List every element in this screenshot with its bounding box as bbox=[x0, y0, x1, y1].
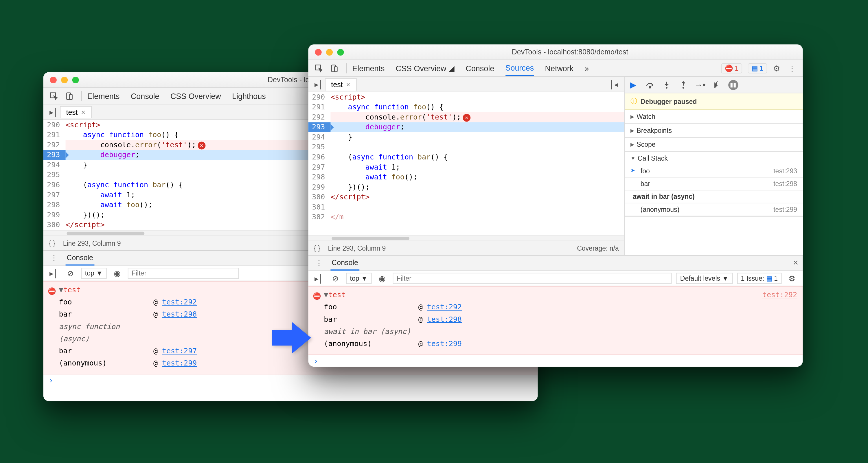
close-tab-icon[interactable]: × bbox=[81, 108, 85, 116]
clear-icon[interactable]: ⊘ bbox=[64, 267, 77, 279]
tab-elements[interactable]: Elements bbox=[87, 89, 120, 103]
code-line[interactable]: 291 async function foo() { bbox=[308, 102, 624, 112]
sidebar-toggle-icon[interactable]: ▸│ bbox=[313, 272, 325, 284]
step-icon[interactable]: →• bbox=[695, 80, 705, 90]
call-stack-row[interactable]: await in bar (async) bbox=[625, 191, 803, 204]
code-line[interactable]: 290<script> bbox=[308, 92, 624, 102]
code-line[interactable]: 297 await 1; bbox=[308, 162, 624, 173]
more-icon[interactable]: ⋮ bbox=[48, 252, 60, 264]
tab-elements[interactable]: Elements bbox=[352, 61, 384, 75]
close-drawer-icon[interactable]: × bbox=[793, 258, 798, 268]
comparison-arrow-icon bbox=[272, 322, 311, 355]
cursor-pos: Line 293, Column 9 bbox=[63, 239, 121, 247]
settings-icon[interactable]: ⚙ bbox=[786, 272, 798, 284]
panel-tabs: Elements Console CSS Overview Lighthous bbox=[87, 89, 266, 103]
svg-point-6 bbox=[649, 86, 651, 88]
step-out-icon[interactable] bbox=[678, 80, 688, 90]
issues-badge[interactable]: ▤ 1 bbox=[748, 63, 767, 73]
drawer-tab-console[interactable]: Console bbox=[331, 255, 359, 270]
code-line[interactable]: 300</script> bbox=[308, 192, 624, 202]
error-badge[interactable]: ⛔ 1 bbox=[721, 63, 742, 73]
device-icon[interactable] bbox=[63, 90, 75, 102]
maximize-icon[interactable] bbox=[72, 76, 79, 83]
code-line[interactable]: 299 })(); bbox=[308, 182, 624, 192]
code-line[interactable]: 293 debugger; bbox=[308, 122, 624, 132]
disclosure-icon[interactable]: ▼ bbox=[324, 290, 328, 299]
code-line[interactable]: 295 bbox=[308, 143, 624, 153]
close-icon[interactable] bbox=[50, 76, 57, 83]
code-line[interactable]: 292 console.error('test');✕ bbox=[308, 112, 624, 122]
console-error-message[interactable]: ⛔ test:292 ▼test foo@ test:292bar@ test:… bbox=[308, 286, 803, 355]
resume-icon[interactable]: ▶ bbox=[628, 80, 639, 90]
code-line[interactable]: 298 await foo(); bbox=[308, 172, 624, 182]
maximize-icon[interactable] bbox=[337, 49, 344, 55]
tab-lighthouse[interactable]: Lighthous bbox=[232, 89, 266, 103]
stack-trace-row[interactable]: bar@ test:298 bbox=[324, 313, 797, 326]
section-breakpoints[interactable]: ▶Breakpoints bbox=[625, 124, 803, 137]
tab-css-overview[interactable]: CSS Overview bbox=[170, 89, 221, 103]
filter-input[interactable] bbox=[128, 267, 239, 278]
section-scope[interactable]: ▶Scope bbox=[625, 138, 803, 151]
step-over-icon[interactable] bbox=[645, 80, 655, 90]
context-selector[interactable]: top ▼ bbox=[81, 267, 106, 278]
section-watch[interactable]: ▶Watch bbox=[625, 110, 803, 123]
stack-trace-row[interactable]: foo@ test:292 bbox=[324, 301, 797, 313]
live-expression-icon[interactable]: ◉ bbox=[111, 267, 123, 279]
source-link[interactable]: test:292 bbox=[763, 289, 797, 301]
section-call-stack[interactable]: ▼Call Stack bbox=[625, 152, 803, 165]
call-stack-row[interactable]: footest:293 bbox=[625, 165, 803, 178]
filter-input[interactable] bbox=[393, 273, 672, 284]
navigator-icon[interactable]: ▸│ bbox=[313, 78, 325, 90]
traffic-lights[interactable] bbox=[50, 76, 79, 83]
pause-exceptions-icon[interactable]: ▮▮ bbox=[728, 80, 738, 90]
more-icon[interactable]: ⋮ bbox=[786, 62, 798, 74]
tab-network[interactable]: Network bbox=[545, 61, 574, 75]
minimize-icon[interactable] bbox=[61, 76, 68, 83]
device-icon[interactable] bbox=[329, 62, 341, 74]
sidebar-toggle-icon[interactable]: ▸│ bbox=[48, 267, 60, 279]
code-editor[interactable]: 290<script>291 async function foo() {292… bbox=[308, 92, 624, 235]
more-icon[interactable]: ⋮ bbox=[313, 257, 325, 269]
more-tabs-icon[interactable]: » bbox=[585, 61, 589, 75]
console-prompt[interactable]: › bbox=[43, 374, 538, 386]
pretty-print-icon[interactable]: { } bbox=[49, 239, 55, 247]
file-tab[interactable]: test × bbox=[60, 106, 91, 118]
code-line[interactable]: 302</m bbox=[308, 212, 624, 222]
context-selector[interactable]: top ▼ bbox=[346, 273, 372, 284]
call-stack-row[interactable]: (anonymous)test:299 bbox=[625, 204, 803, 216]
clear-icon[interactable]: ⊘ bbox=[330, 272, 342, 284]
svg-point-7 bbox=[666, 87, 668, 89]
close-tab-icon[interactable]: × bbox=[346, 80, 350, 89]
traffic-lights[interactable] bbox=[315, 49, 344, 55]
code-line[interactable]: 294 } bbox=[308, 132, 624, 143]
deactivate-breakpoints-icon[interactable]: ⏵̸ bbox=[712, 80, 722, 90]
scrollbar[interactable] bbox=[308, 235, 624, 241]
settings-icon[interactable]: ⚙ bbox=[771, 62, 783, 74]
code-line[interactable]: 296 (async function bar() { bbox=[308, 152, 624, 162]
inspect-icon[interactable] bbox=[48, 90, 60, 102]
tab-console[interactable]: Console bbox=[466, 61, 494, 75]
pretty-print-icon[interactable]: { } bbox=[314, 244, 320, 252]
titlebar[interactable]: DevTools - localhost:8080/demo/test bbox=[308, 44, 803, 60]
live-expression-icon[interactable]: ◉ bbox=[376, 272, 388, 284]
tab-console[interactable]: Console bbox=[131, 89, 159, 103]
close-icon[interactable] bbox=[315, 49, 322, 55]
debugger-toggle-icon[interactable]: │◂ bbox=[608, 78, 620, 90]
levels-selector[interactable]: Default levels ▼ bbox=[676, 273, 732, 284]
disclosure-icon[interactable]: ▼ bbox=[59, 286, 63, 294]
tab-css-overview[interactable]: CSS Overview ◢ bbox=[396, 61, 455, 75]
file-tab[interactable]: test × bbox=[325, 78, 356, 90]
issues-button[interactable]: 1 Issue: ▤ 1 bbox=[737, 273, 781, 284]
inspect-icon[interactable] bbox=[313, 62, 325, 74]
drawer-tab-console[interactable]: Console bbox=[66, 250, 94, 265]
navigator-icon[interactable]: ▸│ bbox=[48, 106, 60, 118]
tab-sources[interactable]: Sources bbox=[505, 60, 534, 76]
call-stack-row[interactable]: bartest:298 bbox=[625, 178, 803, 190]
console-prompt[interactable]: › bbox=[308, 355, 803, 367]
main-toolbar: Elements CSS Overview ◢ Console Sources … bbox=[308, 60, 803, 77]
code-line[interactable]: 301 bbox=[308, 202, 624, 212]
stack-trace-row[interactable]: (anonymous)@ test:299 bbox=[324, 338, 797, 350]
stack-trace-row[interactable]: await in bar (async) bbox=[324, 326, 797, 338]
step-into-icon[interactable] bbox=[662, 80, 672, 90]
minimize-icon[interactable] bbox=[326, 49, 333, 55]
